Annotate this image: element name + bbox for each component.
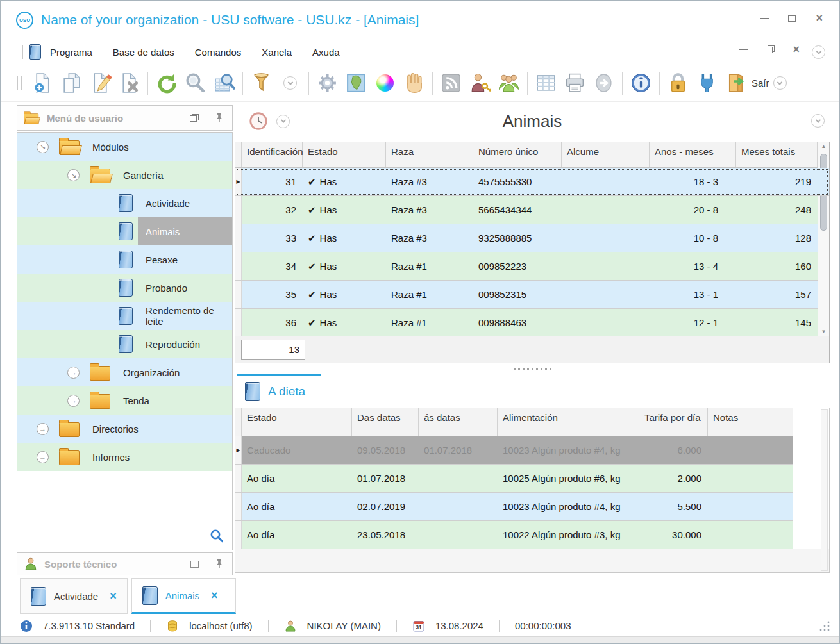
diet-table-row[interactable]: Ao día01.07.201810025 Algún produto #6, … [235, 465, 793, 493]
toolbar-grip[interactable] [19, 45, 23, 59]
expand-icon[interactable]: → [37, 451, 49, 463]
expand-icon[interactable]: → [67, 367, 80, 379]
advanced-search-button[interactable] [210, 68, 239, 99]
search-button[interactable] [181, 68, 210, 99]
mdi-restore-button[interactable] [766, 45, 775, 53]
tree-item-rendemento-de-leite[interactable]: Rendemento de leite [17, 302, 232, 330]
go-to-button[interactable] [589, 68, 618, 99]
filter-input[interactable] [241, 340, 305, 360]
column-header-raza[interactable]: Raza [386, 142, 473, 167]
tree-item-label-area: Módulos [85, 133, 232, 161]
info-button[interactable] [626, 68, 655, 99]
refresh-button[interactable] [152, 68, 181, 99]
news-feed-button[interactable] [437, 68, 466, 99]
toolbar-grip[interactable] [17, 76, 22, 90]
column-header-das-datas[interactable]: Das datas [352, 408, 419, 436]
copy-record-button[interactable] [57, 68, 86, 99]
table-view-button[interactable] [532, 68, 560, 99]
support-panel-header[interactable]: Soporte técnico [17, 552, 233, 575]
diet-table-row[interactable]: Ao día02.07.201910023 Algún produto #4, … [235, 493, 793, 521]
tree-item-animais[interactable]: Animais [17, 217, 232, 245]
column-header-notas[interactable]: Notas [708, 408, 793, 436]
column-header-alcume[interactable]: Alcume [562, 142, 650, 167]
column-header-estado[interactable]: Estado [303, 142, 386, 167]
tree-item-probando[interactable]: Probando [17, 274, 232, 302]
tree-item-tenda[interactable]: →Tenda [17, 386, 232, 415]
menu-axuda[interactable]: Axuda [312, 47, 340, 58]
tree-item-modulos[interactable]: ↘Módulos [17, 133, 232, 161]
menu-comandos[interactable]: Comandos [195, 47, 242, 58]
expand-icon[interactable]: → [67, 395, 80, 407]
column-header-meses-totais[interactable]: Meses totais [736, 142, 818, 167]
column-header-alimentacion[interactable]: Alimentación [498, 408, 639, 436]
tab-a-dieta[interactable]: A dieta [237, 374, 321, 408]
column-header-estado[interactable]: Estado [242, 408, 352, 436]
panel-splitter[interactable] [235, 363, 830, 374]
edit-record-button[interactable] [86, 68, 115, 99]
diet-vertical-scrollbar[interactable] [821, 409, 828, 571]
lock-button[interactable] [664, 68, 693, 99]
tree-item-organizacion[interactable]: →Organización [17, 358, 232, 386]
animals-table-row[interactable]: 36✔HasRaza #100988846312 - 1145 [235, 309, 829, 337]
copy-record-icon [60, 72, 83, 94]
settings-button[interactable] [313, 68, 342, 99]
employees-button[interactable] [494, 68, 523, 99]
appearance-button[interactable] [371, 68, 399, 99]
hand-button[interactable] [399, 68, 428, 99]
employees-icon [498, 72, 520, 94]
tab-close-icon[interactable]: × [211, 589, 218, 602]
tree-item-ganderia[interactable]: ↘Gandería [17, 161, 232, 189]
user-rights-button[interactable] [466, 68, 494, 99]
menu-xanela[interactable]: Xanela [262, 47, 292, 58]
column-header-anos-meses[interactable]: Anos - meses [650, 142, 736, 167]
animals-table-row[interactable]: 33✔HasRaza #3932588888510 - 8128 [235, 224, 829, 252]
exit-button[interactable] [721, 68, 750, 99]
column-header-as-datas[interactable]: ás datas [419, 408, 498, 436]
modules-button[interactable] [693, 68, 721, 99]
scroll-up-arrow[interactable]: ▲ [818, 144, 829, 149]
animals-table-row[interactable]: 35✔HasRaza #100985231513 - 1157 [235, 281, 829, 309]
document-tab-animais[interactable]: Animais× [131, 578, 236, 614]
tab-close-icon[interactable]: × [110, 590, 117, 603]
diet-table-row[interactable]: Ao día23.05.201810022 Algún produto #3, … [235, 521, 793, 549]
filter-button[interactable] [247, 68, 276, 99]
pin-icon[interactable] [215, 559, 223, 569]
pin-icon[interactable] [215, 113, 223, 123]
mdi-minimize-button[interactable] [739, 49, 748, 50]
tree-item-pesaxe[interactable]: Pesaxe [17, 245, 232, 274]
collapse-icon[interactable]: ↘ [67, 169, 80, 181]
tree-item-reproducion[interactable]: Reprodución [17, 330, 232, 358]
panel-window-button[interactable] [190, 561, 199, 568]
minimize-button[interactable] [760, 18, 769, 19]
scroll-down-arrow[interactable]: ▼ [818, 329, 829, 334]
expand-icon[interactable]: → [37, 423, 49, 435]
view-header-chevron-right[interactable] [811, 114, 825, 128]
column-header-identificacion[interactable]: Identificación [242, 142, 303, 167]
print-button[interactable] [560, 68, 589, 99]
maximize-button[interactable] [788, 15, 796, 22]
column-header-numero-unico[interactable]: Número único [473, 142, 562, 167]
column-header-tarifa-por-dia[interactable]: Tarifa por día [639, 408, 708, 436]
tree-item-informes[interactable]: →Informes [17, 443, 232, 471]
document-tab-actividade[interactable]: Actividade× [20, 578, 128, 614]
new-record-button[interactable] [28, 68, 57, 99]
tree-search-icon[interactable] [209, 528, 224, 543]
tree-item-directorios[interactable]: →Directorios [17, 415, 232, 443]
tree-item-actividade[interactable]: Actividade [17, 189, 232, 217]
collapse-icon[interactable]: ↘ [37, 141, 49, 153]
toolbar-more-button[interactable] [773, 76, 787, 90]
animals-table-row[interactable]: 34✔HasRaza #100985222313 - 4160 [235, 252, 829, 281]
menu-programa[interactable]: Programa [50, 47, 92, 58]
animals-table-row[interactable]: ▶31✔HasRaza #3457555533018 - 3219 [235, 168, 829, 196]
diet-table-row[interactable]: ▶Caducado09.05.201801.07.201810023 Algún… [235, 436, 793, 465]
more-options-button[interactable] [276, 68, 305, 99]
resize-grip[interactable] [819, 620, 830, 632]
close-button[interactable]: × [816, 15, 823, 22]
delete-record-button[interactable] [115, 68, 144, 99]
mdi-close-button[interactable]: × [793, 46, 800, 53]
menu-base-de-datos[interactable]: Base de datos [113, 47, 174, 58]
panel-restore-button[interactable] [190, 114, 199, 122]
menubar-chevron-button[interactable] [812, 45, 825, 59]
territories-map-button[interactable] [342, 68, 371, 99]
animals-table-row[interactable]: 32✔HasRaza #3566543434420 - 8248 [235, 196, 829, 224]
